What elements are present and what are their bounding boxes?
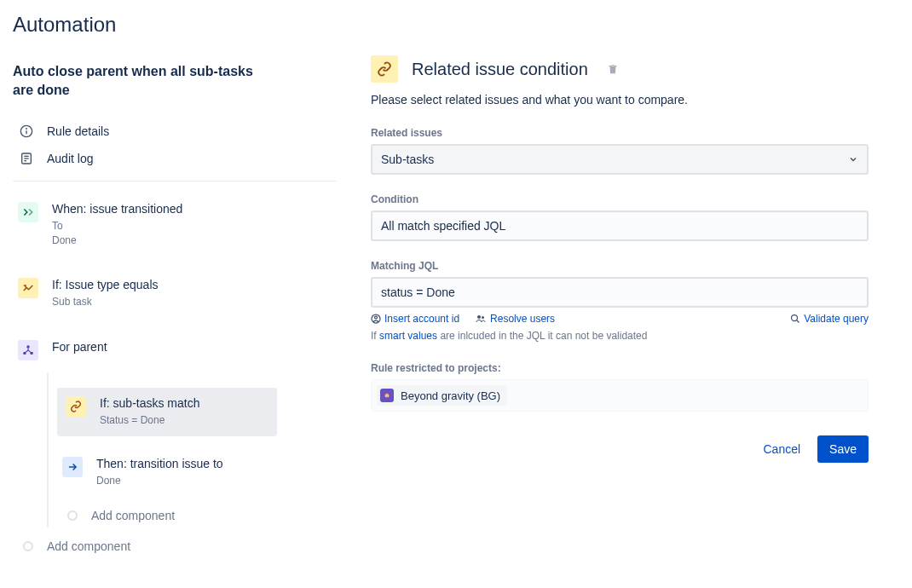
link-icon [66, 396, 86, 417]
panel-title: Related issue condition [412, 60, 588, 79]
action-title: Then: transition issue to [96, 457, 332, 470]
related-issues-value: Sub-tasks [381, 153, 434, 166]
page-title: Automation [13, 13, 337, 37]
info-icon [20, 124, 33, 138]
project-restriction-row: Beyond gravity (BG) [371, 379, 869, 412]
condition2-node[interactable]: If: sub-tasks match Status = Done [57, 388, 277, 436]
validate-query-text: Validate query [804, 313, 869, 325]
delete-button[interactable] [607, 63, 619, 75]
related-issues-select[interactable]: Sub-tasks [371, 144, 869, 175]
matching-jql-input[interactable]: status = Done [371, 277, 869, 308]
cancel-button[interactable]: Cancel [754, 435, 809, 463]
svg-point-14 [792, 315, 798, 321]
condition-label: Condition [371, 193, 899, 205]
search-icon [790, 314, 800, 324]
users-icon [475, 314, 487, 324]
trigger-title: When: issue transitioned [52, 202, 332, 216]
resolve-users-text: Resolve users [490, 313, 555, 325]
action-sub: Done [96, 474, 332, 488]
insert-account-link[interactable]: Insert account id [371, 313, 459, 325]
trigger-node[interactable]: When: issue transitioned To Done [13, 197, 337, 253]
svg-point-7 [26, 345, 30, 349]
smart-values-link[interactable]: smart values [379, 330, 437, 342]
action-node[interactable]: Then: transition issue to Done [57, 452, 337, 493]
svg-point-2 [26, 128, 27, 129]
condition-icon [18, 278, 38, 298]
branch-node[interactable]: For parent [13, 335, 337, 366]
add-component-nested[interactable]: Add component [57, 504, 337, 527]
add-component-root-label: Add component [47, 539, 130, 553]
audit-log-label: Audit log [47, 152, 93, 165]
rule-details-link[interactable]: Rule details [13, 118, 337, 145]
save-button[interactable]: Save [817, 435, 869, 463]
related-issues-label: Related issues [371, 127, 899, 139]
project-chip[interactable]: Beyond gravity (BG) [377, 385, 507, 406]
project-name: Beyond gravity (BG) [401, 389, 500, 402]
project-icon [380, 389, 394, 402]
condition2-sub: Status = Done [100, 413, 268, 428]
restricted-label: Rule restricted to projects: [371, 362, 899, 374]
svg-point-12 [477, 315, 481, 319]
condition1-sub: Sub task [52, 295, 332, 309]
panel-icon [371, 55, 398, 83]
condition1-title: If: Issue type equals [52, 278, 332, 291]
branch-icon [18, 340, 38, 360]
branch-title: For parent [52, 340, 332, 354]
audit-log-icon [20, 152, 33, 165]
svg-point-13 [482, 316, 484, 319]
add-dot-icon [23, 541, 33, 551]
divider [13, 181, 337, 182]
rule-name: Auto close parent when all sub-tasks are… [13, 62, 268, 101]
condition-value: All match specified JQL [381, 219, 505, 233]
panel-description: Please select related issues and what yo… [371, 93, 899, 107]
condition-select[interactable]: All match specified JQL [371, 210, 869, 241]
validate-query-link[interactable]: Validate query [790, 313, 869, 325]
matching-jql-value: status = Done [381, 285, 455, 299]
chevron-down-icon [848, 154, 858, 164]
condition1-node[interactable]: If: Issue type equals Sub task [13, 273, 337, 314]
jql-hint: If smart values are inlcuded in the JQL … [371, 330, 899, 342]
condition2-title: If: sub-tasks match [100, 396, 268, 410]
action-icon [62, 457, 83, 477]
trigger-icon [18, 202, 38, 222]
add-component-nested-label: Add component [91, 509, 175, 522]
resolve-users-link[interactable]: Resolve users [475, 313, 555, 325]
add-dot-icon [67, 510, 78, 521]
insert-account-text: Insert account id [384, 313, 459, 325]
matching-jql-label: Matching JQL [371, 260, 899, 272]
add-component-root[interactable]: Add component [13, 534, 337, 558]
svg-line-15 [797, 320, 799, 323]
user-circle-icon [371, 314, 381, 324]
trigger-sub2: Done [52, 233, 332, 248]
audit-log-link[interactable]: Audit log [13, 145, 337, 172]
rule-details-label: Rule details [47, 124, 109, 138]
trigger-sub1: To [52, 219, 332, 233]
svg-point-11 [375, 316, 378, 319]
